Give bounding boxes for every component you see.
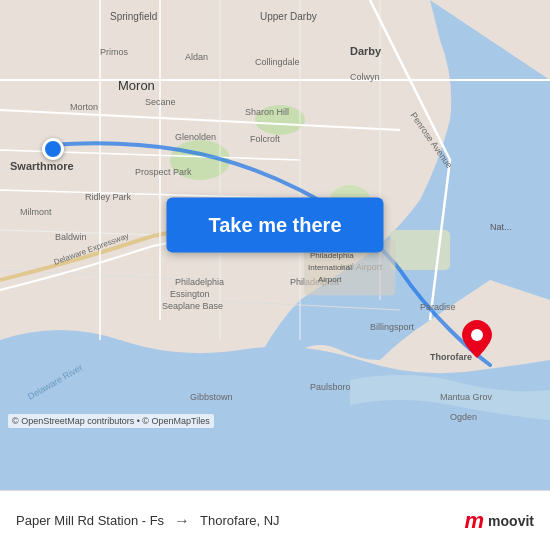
moovit-brand-text: moovit <box>488 513 534 529</box>
svg-text:Billingsport: Billingsport <box>370 322 415 332</box>
svg-text:Essington: Essington <box>170 289 210 299</box>
svg-text:Milmont: Milmont <box>20 207 52 217</box>
svg-text:Paradise: Paradise <box>420 302 456 312</box>
svg-text:Swarthmore: Swarthmore <box>10 160 74 172</box>
svg-text:Mantua Grov: Mantua Grov <box>440 392 493 402</box>
svg-text:International: International <box>308 263 352 272</box>
svg-text:Ridley Park: Ridley Park <box>85 192 132 202</box>
svg-text:Folcroft: Folcroft <box>250 134 281 144</box>
svg-point-55 <box>471 329 483 341</box>
moovit-logo: m moovit <box>465 508 534 534</box>
svg-text:Paulsboro: Paulsboro <box>310 382 351 392</box>
osm-attribution: © OpenStreetMap contributors • © OpenMap… <box>8 414 214 428</box>
bottom-bar: Paper Mill Rd Station - Fs → Thorofare, … <box>0 490 550 550</box>
svg-text:Colwyn: Colwyn <box>350 72 380 82</box>
destination-label: Thorofare, NJ <box>200 513 279 528</box>
svg-text:Morton: Morton <box>70 102 98 112</box>
svg-text:Collingdale: Collingdale <box>255 57 300 67</box>
svg-text:Philadelphia: Philadelphia <box>175 277 224 287</box>
svg-text:Baldwin: Baldwin <box>55 232 87 242</box>
svg-text:Airport: Airport <box>318 275 342 284</box>
svg-text:Gibbstown: Gibbstown <box>190 392 233 402</box>
svg-text:Upper Darby: Upper Darby <box>260 11 317 22</box>
take-me-there-button[interactable]: Take me there <box>166 198 383 253</box>
svg-text:Glenolden: Glenolden <box>175 132 216 142</box>
svg-text:Aldan: Aldan <box>185 52 208 62</box>
moovit-m-icon: m <box>465 508 485 534</box>
svg-text:Nat...: Nat... <box>490 222 512 232</box>
svg-text:Secane: Secane <box>145 97 176 107</box>
svg-text:Seaplane Base: Seaplane Base <box>162 301 223 311</box>
svg-text:Darby: Darby <box>350 45 382 57</box>
svg-text:Primos: Primos <box>100 47 129 57</box>
origin-marker <box>42 138 64 160</box>
svg-text:Ogden: Ogden <box>450 412 477 422</box>
origin-label: Paper Mill Rd Station - Fs <box>16 513 164 528</box>
route-info: Paper Mill Rd Station - Fs → Thorofare, … <box>16 512 465 530</box>
svg-text:Sharon Hill: Sharon Hill <box>245 107 289 117</box>
svg-text:Springfield: Springfield <box>110 11 157 22</box>
route-arrow-icon: → <box>174 512 190 530</box>
svg-text:Prospect Park: Prospect Park <box>135 167 192 177</box>
map-container: Springfield Upper Darby Darby Primos Ald… <box>0 0 550 490</box>
destination-marker <box>462 320 492 362</box>
